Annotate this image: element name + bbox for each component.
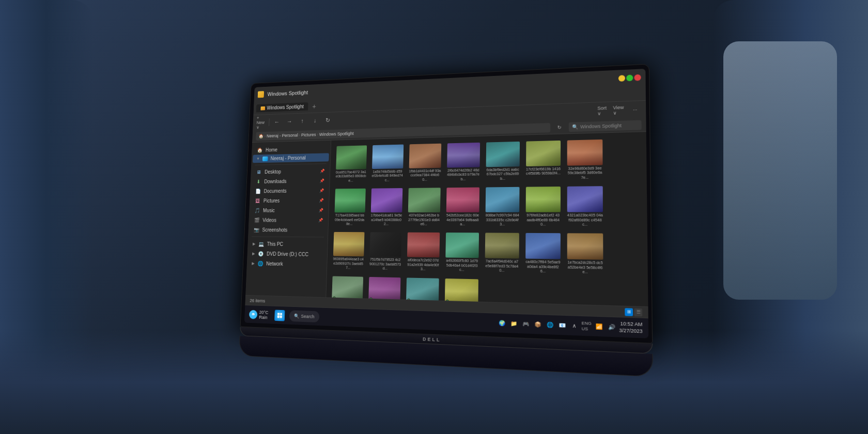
taskbar-clock[interactable]: 10:52 AM 3/27/2023 [619, 321, 643, 335]
sidebar-divider-1 [255, 163, 327, 165]
downloads-icon: ⬇ [255, 178, 262, 185]
view-button[interactable]: View ∨ [613, 104, 625, 116]
down-button[interactable]: ↓ [309, 115, 320, 126]
tab-add-button[interactable]: + [310, 102, 319, 111]
address-refresh-button[interactable]: ↻ [553, 121, 565, 133]
sidebar-item-network[interactable]: ▶ 🌐 Network [248, 258, 326, 270]
new-button[interactable]: + New ∨ [256, 117, 267, 128]
sidebar-home-label: Home [266, 147, 277, 152]
file-item[interactable]: 1e7bca2dc28c5 dc5a52be4e3 5e58c4f6e... [565, 231, 606, 277]
sidebar-neeraj-label: Neeraj - Personal [270, 155, 305, 161]
file-item[interactable]: 1fbb1d4431c4df 93acce9ea7384 4f4b60... [407, 142, 443, 184]
file-item[interactable]: 542b52cee182c 60e4e3397b64 9dfbaa8a... [444, 185, 482, 229]
file-item[interactable]: 976fe82adb1ef2 43aadb4ff0e89 6b4640... [523, 184, 563, 229]
sidebar-dvd-label: DVD Drive (D:) CCC [267, 251, 308, 257]
taskbar-icon-6[interactable]: 📧 [557, 320, 567, 331]
taskbar-date: 3/27/2023 [619, 327, 642, 334]
file-item[interactable]: 2f6c6474d26b2 46d484b6cbc83 b79a7eb... [445, 141, 482, 184]
maximize-button[interactable] [626, 74, 633, 81]
search-box[interactable]: 🔍 Windows Spotlight [569, 120, 642, 132]
downloads-pin-icon: 📌 [320, 178, 324, 183]
sidebar-item-desktop[interactable]: 🖥 Desktop 📌 [252, 166, 329, 177]
sidebar-item-screenshots[interactable]: 📷 Screenshots [250, 225, 327, 235]
close-button[interactable] [634, 74, 641, 81]
file-name: 0ce8517be4072 3a1e0b33d65e3 8908cbe... [335, 170, 366, 183]
sidebar-item-neeraj[interactable]: ▼ Neeraj - Personal [253, 153, 329, 163]
tab-windows-spotlight[interactable]: Windows Spotlight [256, 102, 308, 113]
network-icon: 🌐 [257, 260, 264, 267]
sidebar-pictures-label: Pictures [264, 198, 280, 203]
sidebar-item-downloads[interactable]: ⬇ Downloads 📌 [252, 176, 328, 187]
sidebar-item-music[interactable]: 🎵 Music 📌 [251, 205, 328, 215]
file-item[interactable]: 1a5b748d5ddb d59ef2b4efcd6 849ed74c... [369, 143, 406, 185]
sidebar-network-label: Network [266, 261, 283, 267]
screenshots-icon: 📷 [253, 226, 260, 233]
volume-icon[interactable]: 🔊 [607, 322, 617, 332]
file-grid: 0ce8517be4072 3a1e0b33d65e3 8908cbe...1a… [326, 132, 648, 306]
file-item[interactable]: 437e02ae1462be b277f9e1501e3 dd84e6... [406, 185, 442, 228]
file-thumbnail [445, 233, 479, 258]
file-item[interactable]: 32e96d60e3d9 3ee59c38ebf5 3d60e6a7e... [565, 137, 605, 182]
file-item[interactable]: 0ce8517be4072 3a1e0b33d65e3 8908cbe... [334, 143, 369, 185]
taskbar-systray-chevron[interactable]: ∧ [569, 320, 580, 331]
file-thumbnail [567, 140, 603, 166]
taskbar-icon-2[interactable]: 📁 [508, 318, 518, 329]
taskbar-search[interactable]: 🔍 Search [289, 310, 319, 322]
sidebar-videos-label: Videos [262, 217, 276, 222]
breadcrumb-part-2: Pictures [301, 132, 316, 137]
file-item[interactable]: 808be7c997c94 684331b8335c c2b9d4f3... [483, 185, 521, 229]
taskbar-icon-1[interactable]: 🌍 [497, 318, 507, 329]
pictures-icon: 🖼 [254, 197, 261, 204]
file-item[interactable]: 17cf23ef6619b 1416c4f589fb 9059b0f4... [524, 138, 563, 183]
file-name: 1a5b748d5ddb d59ef2b4efcd6 849ed74c... [371, 169, 403, 182]
forward-button[interactable]: → [284, 116, 295, 127]
grid-view-button[interactable]: ⊞ [625, 308, 633, 316]
file-thumbnail [526, 141, 561, 166]
taskbar-icon-4[interactable]: 📦 [533, 319, 542, 330]
view-toggle: ⊞ ☰ [625, 308, 642, 316]
file-item[interactable]: 963895a644eae3 c4e2d9091f7c 3aeb857... [331, 230, 366, 272]
file-item[interactable]: a492660fTc60 1d795db40a4 b01d4f2f3c... [443, 230, 481, 274]
sidebar-item-thispc[interactable]: ▶ 💻 This PC [249, 239, 327, 250]
videos-pin-icon: 📌 [318, 218, 323, 222]
file-item[interactable]: T17ba43385aed bb09e4cbbae6 eef2da8e... [332, 187, 368, 228]
file-item[interactable]: af0deca7c2e92 07d91a2e939 4da4e90f3... [405, 230, 442, 274]
file-name: 17cf23ef6619b 1416c4f589fb 9059b0f4... [526, 167, 561, 176]
taskbar-icon-3[interactable]: 🎮 [521, 319, 531, 329]
file-name: T17ba43385aed bb09e4cbbae6 eef2da8e... [334, 213, 365, 226]
back-button[interactable]: ← [272, 117, 282, 128]
sidebar-item-dvd[interactable]: ▶ 💿 DVD Drive (D:) CCC [249, 249, 326, 259]
sidebar-thispc-label: This PC [267, 241, 284, 247]
refresh-button[interactable]: ↻ [322, 115, 333, 126]
sidebar-desktop-label: Desktop [265, 169, 281, 175]
thispc-chevron: ▶ [253, 241, 256, 246]
file-thumbnail [485, 233, 519, 259]
file-thumbnail [335, 189, 366, 213]
sidebar-item-videos[interactable]: 🎬 Videos 📌 [250, 215, 327, 225]
breadcrumb-home-icon: 🏠 [258, 133, 264, 138]
file-name: 976fe82adb1ef2 43aadb4ff0e89 6b4640... [525, 213, 560, 227]
file-name: 1fbb1d4431c4df 93acce9ea7384 4f4b60... [409, 169, 441, 182]
file-item[interactable]: ca480c7ff84 5e5ae9a0da4 a39c4be8f26... [523, 231, 563, 276]
sidebar-item-documents[interactable]: 📄 Documents 📌 [251, 185, 328, 196]
more-options-button[interactable]: ··· [629, 103, 641, 116]
file-item[interactable]: 6da3bf9ed2d1 aabc67bdc327 c5fa2e89b... [484, 140, 522, 183]
file-name: 808be7c997c94 684331b8335c c2b9d4f3... [485, 213, 519, 227]
file-item[interactable]: 4321a023bc405 04af92af80d89c c4548c... [565, 184, 605, 229]
file-item[interactable]: 17bbe41dca61 9e5ea14fae5 b040388c02... [368, 186, 405, 228]
taskbar-icon-5[interactable]: 🌐 [545, 320, 554, 330]
sidebar-item-pictures[interactable]: 🖼 Pictures 📌 [251, 195, 328, 206]
file-name: 32e96d60e3d9 3ee59c38ebf5 3d60e6a7e... [567, 166, 603, 180]
up-button[interactable]: ↑ [297, 116, 307, 127]
start-button[interactable] [274, 309, 285, 321]
sort-button[interactable]: Sort ∨ [597, 105, 610, 117]
wifi-icon[interactable]: 📶 [594, 321, 604, 332]
taskbar-icons: 🌍 📁 🎮 📦 🌐 📧 ∧ ENG US 📶 🔊 10:52 AM 3/27/2… [497, 317, 643, 335]
breadcrumb-part-1: Neeraj - Personal [267, 132, 298, 138]
windows-explorer: Windows Spotlight Windows Spotlight + [244, 69, 648, 338]
file-item[interactable]: 751f5b7d79523 4c29001270c 3aeb8573d... [367, 230, 404, 273]
minimize-button[interactable] [618, 75, 625, 82]
file-item[interactable]: 7ac6a4f94d040c a7e5e88f7ed3 5c78e40... [483, 231, 521, 276]
list-view-button[interactable]: ☰ [634, 308, 642, 316]
file-name: 7ac6a4f94d040c a7e5e88f7ed3 5c78e40... [485, 259, 519, 273]
